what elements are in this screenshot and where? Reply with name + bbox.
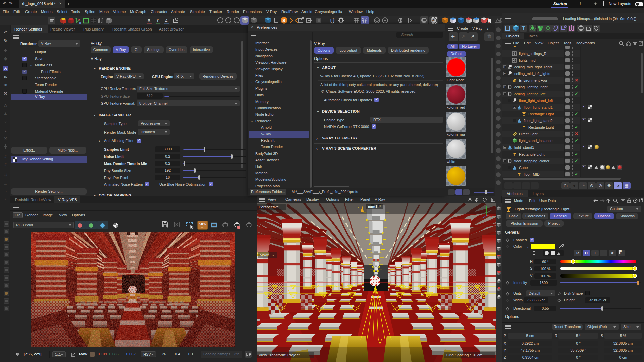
svg-text:50%: 50%	[199, 222, 206, 226]
svg-text:Y: Y	[485, 206, 487, 210]
svg-text:⋃̇: ⋃̇	[330, 18, 334, 24]
svg-text:Y: Y	[156, 18, 159, 23]
svg-text:S: S	[282, 18, 285, 23]
svg-text:Z: Z	[165, 18, 167, 23]
svg-text:T: T	[522, 25, 525, 31]
svg-text:X: X	[148, 18, 150, 23]
